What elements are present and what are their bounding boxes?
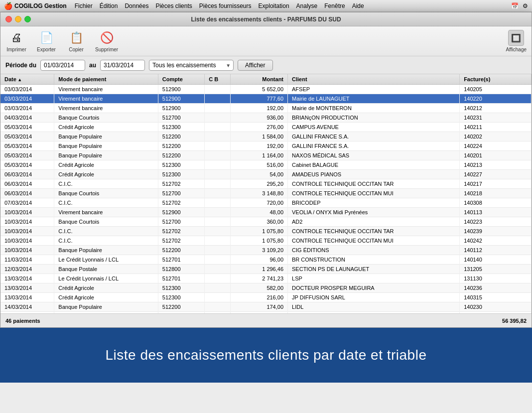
cell-date: 12/03/2014 bbox=[0, 265, 54, 274]
cell-montant: 1 584,00 bbox=[231, 132, 288, 141]
cell-facture: 140217 bbox=[460, 179, 532, 189]
table-row[interactable]: 03/03/2014 Virement bancaire 512900 777,… bbox=[0, 94, 532, 104]
cell-date: 10/03/2014 bbox=[0, 217, 54, 227]
cell-mode: Virement bancaire bbox=[54, 208, 158, 217]
cell-mode: C.I.C. bbox=[54, 236, 158, 246]
cell-client: CIG ÉDITIONS bbox=[288, 246, 460, 255]
menu-exploitation[interactable]: Exploitation bbox=[259, 2, 289, 9]
menubar-right: 📅 ⚙ bbox=[511, 2, 528, 9]
cell-montant: 777,60 bbox=[231, 94, 288, 104]
periode-label: Période du bbox=[5, 62, 36, 69]
table-row[interactable]: 05/03/2014 Banque Populaire 512200 1 164… bbox=[0, 151, 532, 160]
date-to-input[interactable] bbox=[100, 60, 145, 71]
encaissements-select[interactable]: Tous les encaissements Encaissements du … bbox=[149, 60, 234, 71]
table-row[interactable]: 10/03/2014 Virement bancaire 512900 48,0… bbox=[0, 208, 532, 217]
table-row[interactable]: 05/03/2014 Crédit Agricole 512300 516,00… bbox=[0, 160, 532, 170]
menu-fichier[interactable]: Fichier bbox=[75, 2, 93, 9]
copier-button[interactable]: 📋 Copier bbox=[65, 30, 87, 52]
cell-mode: Virement bancaire bbox=[54, 85, 158, 94]
cell-mode: Banque Populaire bbox=[54, 151, 158, 160]
cell-montant: 5 652,00 bbox=[231, 85, 288, 94]
table-row[interactable]: 10/03/2014 Banque Courtois 512700 360,00… bbox=[0, 217, 532, 227]
table-row[interactable]: 12/03/2014 Banque Postale 512800 1 296,4… bbox=[0, 265, 532, 274]
cell-facture: 140236 bbox=[460, 283, 532, 293]
cell-cb bbox=[205, 217, 231, 227]
imprimer-button[interactable]: 🖨 Imprimer bbox=[5, 30, 27, 52]
table-row[interactable]: 06/03/2014 Banque Courtois 512700 3 148,… bbox=[0, 189, 532, 198]
menu-fenetre[interactable]: Fenêtre bbox=[324, 2, 345, 9]
cell-compte: 512701 bbox=[158, 255, 204, 265]
cell-client: Mairie de MONTBERON bbox=[288, 104, 460, 113]
cell-cb bbox=[205, 113, 231, 123]
menu-pieces-clients[interactable]: Pièces clients bbox=[155, 2, 192, 9]
cell-client: CONTROLE TECHNIQUE OCCITAN MUI bbox=[288, 236, 460, 246]
maximize-button[interactable] bbox=[24, 16, 31, 22]
table-row[interactable]: 13/03/2014 Crédit Agricole 512300 582,00… bbox=[0, 283, 532, 293]
apple-logo[interactable]: 🍎 bbox=[4, 2, 12, 10]
exporter-button[interactable]: 📄 Exporter bbox=[35, 30, 57, 52]
table-row[interactable]: 05/03/2014 Banque Populaire 512200 1 584… bbox=[0, 132, 532, 141]
table-row[interactable]: 05/03/2014 Banque Populaire 512200 192,0… bbox=[0, 141, 532, 151]
cell-cb bbox=[205, 94, 231, 104]
cell-facture: 140212 bbox=[460, 104, 532, 113]
cell-client: Cabinet BALAGUE bbox=[288, 160, 460, 170]
table-row[interactable]: 13/03/2014 Crédit Agricole 512300 216,00… bbox=[0, 293, 532, 302]
cell-date: 10/03/2014 bbox=[0, 246, 54, 255]
affichage-button[interactable]: 🔲 Affichage bbox=[506, 30, 527, 52]
table-row[interactable]: 10/03/2014 Banque Populaire 512200 3 109… bbox=[0, 246, 532, 255]
minimize-button[interactable] bbox=[15, 16, 21, 22]
table-row[interactable]: 10/03/2014 C.I.C. 512702 1 075,80 CONTRO… bbox=[0, 236, 532, 246]
col-header-date[interactable]: Date bbox=[0, 74, 54, 85]
close-button[interactable] bbox=[5, 16, 12, 22]
settings-icon[interactable]: ⚙ bbox=[523, 2, 528, 9]
col-header-compte[interactable]: Compte bbox=[158, 74, 204, 85]
table-row[interactable]: 07/03/2014 C.I.C. 512702 720,00 BRICODEP… bbox=[0, 198, 532, 208]
menu-pieces-fournisseurs[interactable]: Pièces fournisseurs bbox=[199, 2, 252, 9]
menu-edition[interactable]: Édition bbox=[100, 2, 118, 9]
menu-analyse[interactable]: Analyse bbox=[296, 2, 318, 9]
table-row[interactable]: 06/03/2014 Crédit Agricole 512300 54,00 … bbox=[0, 170, 532, 179]
table-row[interactable]: 10/03/2014 C.I.C. 512702 1 075,80 CONTRO… bbox=[0, 227, 532, 236]
cell-cb bbox=[205, 141, 231, 151]
table-row[interactable]: 03/03/2014 Virement bancaire 512900 5 65… bbox=[0, 85, 532, 94]
col-header-client[interactable]: Client bbox=[288, 74, 460, 85]
cell-client: GALLINI FRANCE S.A. bbox=[288, 132, 460, 141]
table-row[interactable]: 14/03/2014 Banque Populaire 512200 174,0… bbox=[0, 302, 532, 312]
col-header-mode[interactable]: Mode de paiement bbox=[54, 74, 158, 85]
cell-mode: C.I.C. bbox=[54, 179, 158, 189]
copier-label: Copier bbox=[69, 47, 83, 52]
payment-total: 56 395,82 bbox=[502, 318, 527, 324]
calendar-icon: 📅 bbox=[511, 2, 519, 9]
menu-donnees[interactable]: Données bbox=[125, 2, 148, 9]
table-row[interactable]: 04/03/2014 Banque Courtois 512700 936,00… bbox=[0, 113, 532, 123]
cell-cb bbox=[205, 283, 231, 293]
cell-mode: C.I.C. bbox=[54, 198, 158, 208]
table-row[interactable]: 03/03/2014 Virement bancaire 512900 192,… bbox=[0, 104, 532, 113]
table-row[interactable]: 11/03/2014 Le Crédit Lyonnais / LCL 5127… bbox=[0, 255, 532, 265]
cell-mode: Le Crédit Lyonnais / LCL bbox=[54, 274, 158, 283]
cell-client: Mairie de LAUNAGUET bbox=[288, 94, 460, 104]
cell-montant: 720,00 bbox=[231, 198, 288, 208]
imprimer-label: Imprimer bbox=[6, 47, 26, 52]
date-from-input[interactable] bbox=[40, 60, 85, 71]
cell-mode: Banque Courtois bbox=[54, 113, 158, 123]
payment-count: 46 paiements bbox=[5, 318, 40, 324]
cell-client: VEOLIA / ONYX Midi Pyrénées bbox=[288, 208, 460, 217]
col-header-montant[interactable]: Montant bbox=[231, 74, 288, 85]
afficher-button[interactable]: Afficher bbox=[238, 60, 272, 71]
cell-compte: 512700 bbox=[158, 189, 204, 198]
col-header-cb[interactable]: C B bbox=[205, 74, 231, 85]
cell-montant: 1 075,80 bbox=[231, 227, 288, 236]
cell-compte: 512200 bbox=[158, 141, 204, 151]
col-header-facture[interactable]: Facture(s) bbox=[460, 74, 532, 85]
cell-mode: Crédit Agricole bbox=[54, 160, 158, 170]
cell-facture: 140218 bbox=[460, 189, 532, 198]
window-title: Liste des encaissements clients - PARFUM… bbox=[191, 16, 341, 23]
menu-aide[interactable]: Aide bbox=[352, 2, 364, 9]
table-row[interactable]: 05/03/2014 Crédit Agricole 512300 276,00… bbox=[0, 123, 532, 132]
cell-facture: 140113 bbox=[460, 208, 532, 217]
cell-date: 04/03/2014 bbox=[0, 113, 54, 123]
supprimer-button[interactable]: 🚫 Supprimer bbox=[95, 30, 118, 52]
table-row[interactable]: 13/03/2014 Le Crédit Lyonnais / LCL 5127… bbox=[0, 274, 532, 283]
table-row[interactable]: 06/03/2014 C.I.C. 512702 295,20 CONTROLE… bbox=[0, 179, 532, 189]
